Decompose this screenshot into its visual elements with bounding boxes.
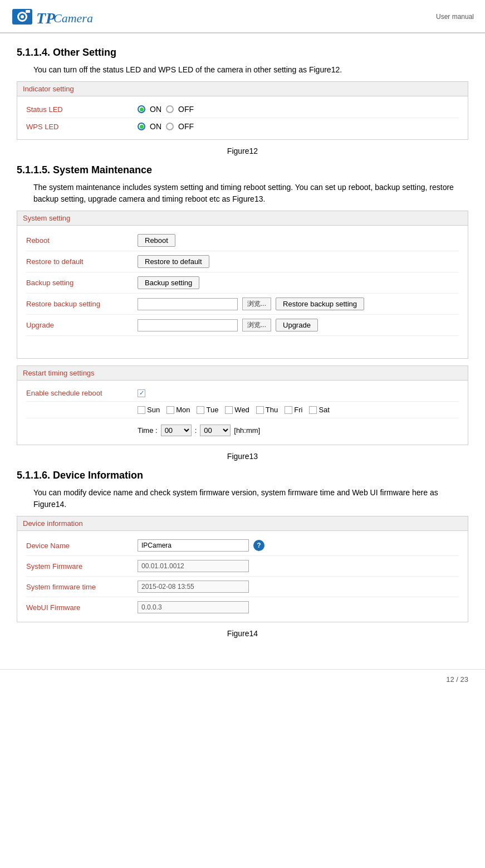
status-led-label: Status LED (26, 105, 138, 114)
upgrade-file-input[interactable] (138, 319, 238, 331)
wps-led-control: ON OFF (138, 122, 459, 131)
restore-backup-label: Restore backup setting (26, 300, 138, 308)
day-sun: Sun (138, 406, 160, 414)
status-led-on-radio[interactable] (138, 105, 145, 113)
device-panel-body: Device Name ? System Firmware System fir… (17, 531, 468, 622)
section-maintenance-heading: 5.1.1.5. System Maintenance (17, 164, 468, 176)
time-selector: Time : 00 01 02 : 00 15 30 45 (138, 425, 260, 436)
wps-led-on-radio[interactable] (138, 123, 145, 130)
restore-backup-file-input[interactable] (138, 298, 238, 310)
svg-point-3 (21, 15, 24, 18)
page-footer: 12 / 23 (0, 669, 485, 689)
upgrade-browse-button[interactable]: 浏览... (242, 319, 271, 331)
sun-checkbox[interactable] (138, 406, 145, 414)
device-name-help-icon[interactable]: ? (253, 540, 264, 551)
upgrade-label: Upgrade (26, 321, 138, 329)
page-number: 12 / 23 (446, 675, 468, 684)
time-colon: : (195, 426, 197, 435)
backup-setting-row: Backup setting Backup setting (26, 272, 459, 294)
webui-firmware-control (138, 601, 459, 613)
fri-label: Fri (294, 406, 302, 414)
device-panel: Device information Device Name ? System … (17, 516, 468, 622)
figure13-caption: Figure13 (17, 452, 468, 461)
svg-rect-4 (26, 10, 30, 13)
device-name-control: ? (138, 539, 459, 552)
section-other-heading: 5.1.1.4. Other Setting (17, 47, 468, 58)
hour-select[interactable]: 00 01 02 (161, 425, 192, 436)
svg-text:Camera: Camera (53, 11, 93, 25)
section-device-heading: 5.1.1.6. Device Information (17, 470, 468, 481)
firmware-time-row: System firmware time (26, 577, 459, 597)
thu-checkbox[interactable] (256, 406, 264, 414)
figure12-caption: Figure12 (17, 147, 468, 155)
fri-checkbox[interactable] (285, 406, 292, 414)
status-led-off-radio[interactable] (166, 105, 174, 113)
indicator-panel: Indicator setting Status LED ON OFF WPS … (17, 81, 468, 140)
day-group: Sun Mon Tue Wed (138, 406, 330, 414)
time-row: Time : 00 01 02 : 00 15 30 45 (26, 418, 459, 440)
thu-label: Thu (266, 406, 278, 414)
backup-setting-button[interactable]: Backup setting (138, 276, 199, 289)
restore-backup-control: 浏览... Restore backup setting (138, 298, 459, 310)
firmware-time-input (138, 581, 249, 593)
day-wed: Wed (225, 406, 249, 414)
status-led-control: ON OFF (138, 105, 459, 114)
reboot-row: Reboot Reboot (26, 230, 459, 251)
restart-timing-panel-header: Restart timing settings (17, 366, 468, 381)
day-fri: Fri (285, 406, 302, 414)
backup-setting-label: Backup setting (26, 279, 138, 287)
wps-led-label: WPS LED (26, 123, 138, 131)
restart-timing-panel-body: Enable schedule reboot ✓ Sun (17, 381, 468, 445)
wed-checkbox[interactable] (225, 406, 233, 414)
backup-setting-control: Backup setting (138, 276, 459, 289)
minute-select[interactable]: 00 15 30 45 (200, 425, 231, 436)
day-tue: Tue (197, 406, 218, 414)
status-led-off-label: OFF (178, 105, 194, 114)
days-row: Sun Mon Tue Wed (26, 402, 459, 418)
tue-checkbox[interactable] (197, 406, 204, 414)
device-panel-header: Device information (17, 516, 468, 531)
wed-label: Wed (234, 406, 249, 414)
upgrade-control: 浏览... Upgrade (138, 319, 459, 331)
restore-default-row: Restore to default Restore to default (26, 251, 459, 272)
mon-checkbox[interactable] (166, 406, 174, 414)
enable-schedule-control: ✓ (138, 389, 459, 397)
reboot-label: Reboot (26, 236, 138, 245)
time-control: Time : 00 01 02 : 00 15 30 45 (138, 422, 459, 436)
enable-schedule-checkbox[interactable]: ✓ (138, 389, 145, 397)
sat-checkbox[interactable] (309, 406, 317, 414)
device-name-input[interactable] (138, 539, 249, 552)
time-label: Time : (138, 426, 158, 435)
maintenance-body-text: The system maintenance includes system s… (33, 182, 468, 205)
upgrade-button[interactable]: Upgrade (276, 319, 318, 331)
wps-led-off-radio[interactable] (166, 123, 174, 130)
restore-default-control: Restore to default (138, 255, 459, 268)
page-header: TP Camera User manual (0, 0, 485, 33)
restore-backup-browse-button[interactable]: 浏览... (242, 298, 271, 310)
sun-label: Sun (147, 406, 160, 414)
mon-label: Mon (176, 406, 190, 414)
wps-led-on-label: ON (150, 122, 161, 131)
webui-firmware-row: WebUI Firmware (26, 597, 459, 617)
system-panel-body: Reboot Reboot Restore to default Restore… (17, 226, 468, 358)
device-body-text: You can modify device name and check sys… (33, 487, 468, 510)
reboot-button[interactable]: Reboot (138, 234, 175, 247)
system-firmware-label: System Firmware (26, 562, 138, 570)
tue-label: Tue (206, 406, 218, 414)
sat-label: Sat (319, 406, 330, 414)
restore-default-button[interactable]: Restore to default (138, 255, 209, 268)
day-sat: Sat (309, 406, 330, 414)
enable-schedule-label: Enable schedule reboot (26, 389, 138, 397)
system-panel: System setting Reboot Reboot Restore to … (17, 211, 468, 359)
webui-firmware-label: WebUI Firmware (26, 603, 138, 612)
days-control: Sun Mon Tue Wed (138, 406, 459, 414)
restart-timing-panel: Restart timing settings Enable schedule … (17, 365, 468, 445)
enable-schedule-row: Enable schedule reboot ✓ (26, 385, 459, 402)
firmware-time-label: System firmware time (26, 583, 138, 591)
system-firmware-row: System Firmware (26, 556, 459, 577)
main-content: 5.1.1.4. Other Setting You can turn off … (0, 33, 485, 658)
restore-backup-button[interactable]: Restore backup setting (276, 298, 364, 310)
wps-led-off-label: OFF (178, 122, 194, 131)
other-body-text: You can turn off the status LED and WPS … (33, 64, 468, 76)
day-mon: Mon (166, 406, 190, 414)
